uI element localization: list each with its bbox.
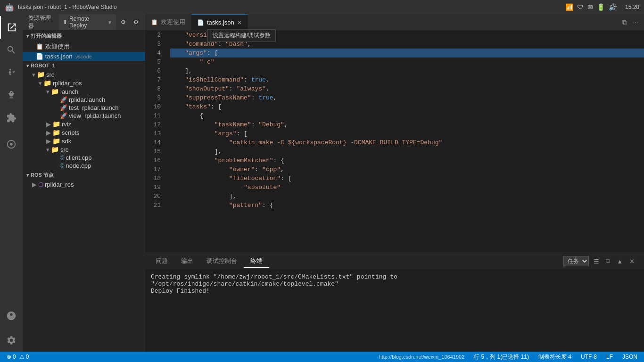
tab-welcome[interactable]: 📋 欢迎使用	[145, 14, 191, 30]
open-file-welcome[interactable]: 📋 欢迎使用	[23, 41, 145, 52]
code-line-20: ],	[170, 192, 644, 201]
warning-count: 0	[26, 354, 29, 360]
folder-icon: 📁	[52, 137, 60, 145]
tab-tasks[interactable]: 📄 tasks.json ✕	[191, 14, 248, 30]
ros-icon[interactable]	[0, 133, 23, 156]
folder-icon: 📁	[52, 120, 60, 128]
chevron-down-icon: ▾	[26, 33, 29, 39]
ros-nodes-label: ROS 节点	[31, 172, 54, 179]
tree-item-rplidar-ros-node[interactable]: ▶ ⬡ rplidar_ros	[23, 181, 145, 189]
chevron-icon: ▾	[46, 146, 50, 153]
encoding[interactable]: UTF-8	[579, 354, 599, 360]
folder-icon: 📁	[51, 146, 59, 153]
panel-tabs: 问题 输出 调试控制台 终端 任务 ☰ ⧉ ▲ ✕	[145, 253, 644, 270]
resources-label: 资源管理器	[26, 14, 57, 30]
error-status[interactable]: ⊗ 0 ⚠ 0	[5, 354, 31, 360]
tree-item-scripts[interactable]: ▶ 📁 scripts	[23, 128, 145, 137]
open-file-tasks[interactable]: 📄 tasks.json .vscode	[23, 52, 145, 61]
open-editors-header[interactable]: ▾ 打开的编辑器	[23, 31, 145, 41]
status-link[interactable]: http://blog.csdn.net/weixin_10641902	[377, 354, 467, 360]
tab-size[interactable]: 制表符长度 4	[537, 353, 573, 361]
code-line-8: "showOutput": "always",	[170, 84, 644, 93]
line-numbers: 2 3 4 5 6 7 8 9 10 11 12 13 14 15 16 17 …	[145, 31, 166, 253]
code-line-13: "args": [	[170, 129, 644, 138]
extensions-icon[interactable]	[0, 107, 23, 129]
git-icon[interactable]	[0, 61, 23, 84]
code-line-4: "args": [	[170, 49, 644, 58]
chevron-icon: ▶	[46, 129, 51, 136]
terminal-line-3: Deploy Finished!	[151, 288, 638, 295]
panel-list-icon[interactable]: ☰	[592, 257, 601, 266]
split-editor-icon[interactable]: ⧉	[620, 16, 629, 28]
code-line-9: "suppressTaskName": true,	[170, 93, 644, 102]
cursor-position[interactable]: 行 5，列 1(已选择 11)	[472, 353, 531, 361]
language-mode[interactable]: JSON	[620, 354, 639, 360]
robot1-header[interactable]: ▾ ROBOT_1	[23, 61, 145, 70]
remote-deploy-button[interactable]: ⬆ Remote Deploy ▼	[59, 14, 116, 30]
tree-item-rplidar-ros[interactable]: ▾ 📁 rplidar_ros	[23, 79, 145, 87]
remote-deploy-label: Remote Deploy	[69, 16, 106, 29]
tree-item-node-cpp[interactable]: © node.cpp	[23, 162, 145, 170]
folder-icon: 📁	[43, 79, 51, 87]
mail-icon: ✉	[587, 3, 593, 11]
tree-item-rviz[interactable]: ▶ 📁 rviz	[23, 120, 145, 128]
tree-item-test-rplidar-launch[interactable]: 🚀 test_rplidar.launch	[23, 104, 145, 112]
code-line-3: "command": "bash",	[170, 40, 644, 49]
terminal-line-2: "/opt/ros/indigo/share/catkin/cmake/topl…	[151, 280, 638, 288]
panel-expand-icon[interactable]: ▲	[615, 257, 625, 266]
panel-tab-problems[interactable]: 问题	[149, 255, 174, 268]
tree-item-launch[interactable]: ▾ 📁 launch	[23, 87, 145, 96]
tree-item-src2[interactable]: ▾ 📁 src	[23, 145, 145, 154]
gear-settings2-icon[interactable]: ⚙	[131, 17, 141, 27]
tree-item-sdk[interactable]: ▶ 📁 sdk	[23, 137, 145, 145]
gear-settings-icon[interactable]: ⚙	[118, 17, 129, 27]
more-actions-icon[interactable]: ···	[631, 16, 640, 28]
language-text: JSON	[622, 354, 637, 360]
panel-tab-terminal[interactable]: 终端	[244, 255, 269, 268]
activitybar	[0, 14, 23, 352]
debug-icon[interactable]	[0, 84, 23, 107]
folder-icon: 📁	[52, 129, 60, 136]
panel-tab-debug-console[interactable]: 调试控制台	[200, 255, 244, 268]
shield-icon: 🛡	[577, 3, 584, 11]
window-title: tasks.json - robot_1 - RoboWare Studio	[18, 4, 117, 10]
code-line-17: "owner": "cpp",	[170, 165, 644, 174]
line-ending[interactable]: LF	[604, 354, 615, 360]
panel-tab-output[interactable]: 输出	[174, 255, 200, 268]
line-ending-text: LF	[606, 354, 613, 360]
search-icon[interactable]	[0, 39, 23, 61]
clock: 15:20	[620, 4, 639, 10]
tab-welcome-icon: 📋	[151, 19, 158, 25]
explorer-icon[interactable]	[0, 16, 23, 39]
tree-item-view-rplidar-launch[interactable]: 🚀 view_rplidar.launch	[23, 112, 145, 120]
robot1-label: ROBOT_1	[31, 63, 55, 68]
editor-area: 📋 欢迎使用 📄 tasks.json ✕ ⧉ ··· 2 3 4 5 6 7	[145, 14, 644, 352]
settings-icon[interactable]	[0, 329, 23, 352]
panel-split-icon[interactable]: ⧉	[604, 256, 612, 266]
tab-tasks-label: tasks.json	[207, 19, 234, 26]
tab-close-button[interactable]: ✕	[237, 19, 242, 26]
panel-close-icon[interactable]: ✕	[627, 257, 636, 266]
tree-item-client-cpp[interactable]: © client.cpp	[23, 154, 145, 162]
task-select[interactable]: 任务	[563, 256, 589, 266]
tree-item-src[interactable]: ▾ 📁 src	[23, 70, 145, 79]
cpp-icon: ©	[60, 162, 65, 169]
tree-item-rplidar-launch[interactable]: 🚀 rplidar.launch	[23, 96, 145, 104]
code-line-2: "version": "0.1.0",	[170, 31, 644, 40]
ros-nodes-header[interactable]: ▾ ROS 节点	[23, 170, 145, 181]
launch-icon: 🚀	[60, 104, 67, 111]
terminal-content: Creating symlink "/home/zwj/robot_1/src/…	[145, 270, 644, 352]
encoding-text: UTF-8	[581, 354, 597, 360]
code-line-15: ],	[170, 147, 644, 156]
chevron-icon: ▾	[46, 88, 50, 95]
user-icon[interactable]	[0, 304, 23, 327]
code-line-14: "catkin_make -C ${workspaceRoot} -DCMAKE…	[170, 138, 644, 147]
status-right: http://blog.csdn.net/weixin_10641902 行 5…	[377, 353, 639, 361]
code-editor[interactable]: 2 3 4 5 6 7 8 9 10 11 12 13 14 15 16 17 …	[145, 31, 644, 253]
launch-icon: 🚀	[60, 112, 67, 119]
code-line-7: "isShellCommand": true,	[170, 75, 644, 84]
error-icon: ⊗	[7, 354, 11, 360]
code-line-16: "problemMatcher": {	[170, 156, 644, 165]
tab-welcome-label: 欢迎使用	[161, 18, 185, 26]
warning-icon: ⚠	[19, 354, 25, 360]
